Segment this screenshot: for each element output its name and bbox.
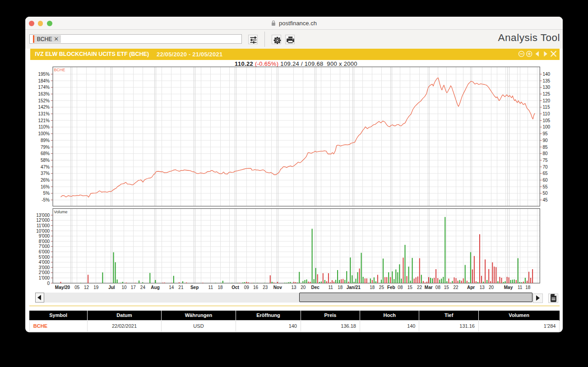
svg-text:1'000: 1'000: [39, 275, 50, 280]
svg-text:25: 25: [379, 285, 384, 290]
svg-text:Apr: Apr: [467, 285, 475, 290]
svg-text:50: 50: [543, 191, 548, 196]
svg-text:Sep: Sep: [190, 285, 199, 290]
svg-text:125: 125: [543, 92, 551, 96]
svg-text:Feb: Feb: [387, 285, 395, 290]
svg-text:75: 75: [543, 158, 548, 163]
svg-text:130: 130: [543, 85, 551, 90]
svg-text:47%: 47%: [41, 165, 50, 170]
svg-text:08: 08: [398, 285, 403, 290]
svg-text:0: 0: [47, 281, 50, 286]
svg-text:100%: 100%: [38, 131, 50, 136]
svg-text:10: 10: [121, 285, 127, 290]
svg-text:18: 18: [218, 285, 223, 290]
svg-text:13'000: 13'000: [36, 213, 50, 218]
svg-text:11: 11: [328, 285, 333, 290]
svg-text:174%: 174%: [38, 85, 50, 90]
svg-text:135: 135: [543, 78, 551, 83]
svg-text:121%: 121%: [38, 118, 50, 123]
svg-text:Oct: Oct: [231, 285, 239, 290]
svg-text:19: 19: [93, 285, 99, 290]
svg-text:110%: 110%: [38, 124, 50, 129]
svg-text:18: 18: [338, 285, 343, 290]
svg-text:18: 18: [525, 285, 531, 290]
svg-text:60: 60: [543, 178, 548, 183]
svg-text:22: 22: [453, 285, 458, 290]
svg-text:14: 14: [169, 285, 174, 290]
svg-text:Jan/21: Jan/21: [347, 285, 361, 290]
svg-text:08: 08: [435, 285, 441, 290]
svg-text:70: 70: [543, 165, 548, 170]
svg-text:85: 85: [543, 145, 548, 150]
svg-text:20: 20: [489, 285, 494, 290]
svg-text:Mar: Mar: [425, 285, 433, 290]
svg-text:195%: 195%: [38, 72, 50, 77]
svg-text:3'000: 3'000: [39, 265, 50, 270]
svg-text:11: 11: [518, 285, 523, 290]
svg-text:20: 20: [301, 285, 306, 290]
svg-text:7'000: 7'000: [39, 244, 50, 249]
svg-text:5'000: 5'000: [39, 255, 50, 260]
svg-text:37%: 37%: [41, 171, 50, 176]
svg-text:11: 11: [208, 285, 213, 290]
svg-text:21: 21: [178, 285, 184, 290]
svg-text:58%: 58%: [41, 158, 50, 163]
svg-text:105: 105: [543, 118, 551, 123]
svg-text:26%: 26%: [41, 178, 50, 183]
svg-text:80: 80: [543, 151, 548, 156]
svg-text:Jul: Jul: [108, 285, 115, 290]
svg-text:5%: 5%: [43, 191, 50, 196]
svg-text:17: 17: [131, 285, 136, 290]
svg-text:May/20: May/20: [55, 285, 70, 290]
svg-text:120: 120: [543, 98, 551, 103]
svg-text:Dec: Dec: [311, 285, 320, 290]
svg-text:95: 95: [543, 131, 548, 136]
svg-text:23: 23: [263, 285, 268, 290]
svg-text:24: 24: [140, 285, 146, 290]
svg-text:13: 13: [291, 285, 296, 290]
svg-text:89%: 89%: [41, 138, 50, 143]
svg-text:140: 140: [543, 72, 551, 77]
svg-text:110: 110: [543, 111, 550, 116]
svg-text:22: 22: [417, 285, 422, 290]
svg-text:90: 90: [543, 138, 548, 143]
svg-text:131%: 131%: [38, 111, 50, 116]
svg-text:100: 100: [543, 124, 551, 129]
svg-text:16: 16: [253, 285, 259, 290]
svg-text:10'000: 10'000: [36, 229, 50, 234]
svg-text:18: 18: [370, 285, 375, 290]
svg-text:05: 05: [74, 285, 80, 290]
svg-text:184%: 184%: [38, 78, 50, 83]
svg-text:6'000: 6'000: [39, 249, 50, 254]
svg-text:12'000: 12'000: [36, 218, 50, 223]
svg-text:15: 15: [444, 285, 449, 290]
svg-text:9'000: 9'000: [39, 234, 50, 239]
svg-text:55: 55: [543, 184, 548, 189]
svg-text:-5%: -5%: [42, 197, 50, 202]
svg-text:15: 15: [407, 285, 413, 290]
svg-text:110.22 (-0.65%) 109.24 / 109.6: 110.22 (-0.65%) 109.24 / 109.68 900 x 20…: [235, 60, 357, 67]
svg-text:12: 12: [84, 285, 89, 290]
svg-text:4'000: 4'000: [39, 260, 50, 265]
svg-text:BCHE: BCHE: [54, 68, 65, 72]
svg-text:68%: 68%: [41, 151, 50, 156]
svg-text:2'000: 2'000: [39, 270, 50, 275]
svg-text:163%: 163%: [38, 92, 50, 96]
svg-text:Volume: Volume: [54, 210, 68, 214]
svg-text:13: 13: [480, 285, 485, 290]
svg-text:16%: 16%: [41, 184, 50, 189]
svg-text:45: 45: [543, 197, 548, 202]
svg-text:11'000: 11'000: [37, 223, 50, 228]
svg-text:May: May: [504, 285, 513, 290]
svg-text:65: 65: [543, 171, 548, 176]
svg-text:Aug: Aug: [151, 285, 159, 290]
svg-text:09: 09: [244, 285, 250, 290]
svg-text:142%: 142%: [38, 105, 50, 110]
svg-text:Nov: Nov: [273, 285, 282, 290]
svg-text:152%: 152%: [38, 98, 50, 103]
svg-text:115: 115: [543, 105, 550, 110]
svg-text:8'000: 8'000: [39, 239, 50, 244]
svg-text:79%: 79%: [41, 145, 50, 150]
